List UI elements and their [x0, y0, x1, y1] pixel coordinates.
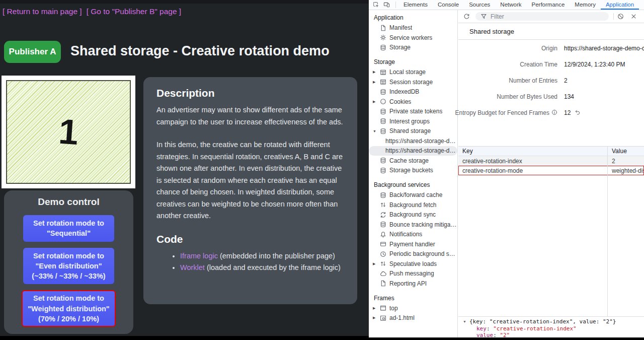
description-paragraph: An advertiser may want to show different… — [156, 104, 344, 128]
inspect-icon[interactable] — [372, 1, 380, 9]
sidebar-item-https-shared-storage-d[interactable]: https://shared-storage-d… — [369, 146, 457, 156]
metadata-label: Number of Entries — [458, 77, 557, 84]
table-icon — [379, 79, 386, 86]
sidebar-item-service-workers[interactable]: Service workers — [369, 33, 457, 43]
chevron-right-icon[interactable]: ▶ — [373, 316, 379, 320]
sidebar-item-shared-storage[interactable]: ▼Shared storage — [369, 126, 457, 137]
table-icon — [379, 69, 386, 76]
metadata-row-creation-time: Creation Time12/9/2024, 1:23:40 PM — [458, 56, 644, 73]
preview-entries: key: "creative-rotation-index"value: "2" — [463, 325, 644, 338]
preview-property-value: "creative-rotation-index" — [493, 325, 577, 332]
rotation-mode-button-sequential[interactable]: Set rotation mode to"Sequential" — [23, 215, 114, 242]
sidebar-item-label: Storage — [389, 44, 411, 51]
sidebar-item-label: IndexedDB — [389, 88, 419, 95]
grid-column-divider[interactable] — [607, 147, 608, 316]
preview-summary-line: ▼{key: "creative-rotation-index", value:… — [463, 318, 644, 325]
code-link-iframe-logic[interactable]: Iframe logic — [180, 252, 218, 260]
grid-header-key[interactable]: Key — [458, 147, 607, 156]
sidebar-item-label: Reporting API — [389, 280, 427, 287]
table-row-creative-rotation-mode[interactable]: creative-rotation-modeweighted-distribut… — [458, 166, 644, 175]
iframe-icon — [379, 314, 386, 321]
database-icon — [379, 191, 386, 198]
sidebar-item-background-fetch[interactable]: Background fetch — [369, 200, 457, 210]
fetch-icon — [379, 201, 386, 209]
sidebar-item-bounce-tracking-mitiga[interactable]: Bounce tracking mitiga… — [369, 220, 457, 230]
sidebar-item-notifications[interactable]: Notifications — [369, 230, 457, 240]
devtools-tab-network[interactable]: Network — [495, 0, 526, 10]
refresh-icon[interactable] — [462, 12, 471, 21]
sidebar-item-interest-groups[interactable]: Interest groups — [369, 116, 457, 126]
metadata-row-entropy-budget-for-fenced-frames: Entropy Budget for Fenced Frames12 — [458, 105, 644, 121]
delete-selected-icon[interactable] — [629, 12, 638, 21]
sidebar-item-cache-storage[interactable]: Cache storage — [369, 156, 457, 166]
description-heading: Description — [156, 87, 344, 99]
nav-link-return-to-main-page[interactable]: [ Return to main page ] — [3, 7, 82, 16]
devtools-tab-memory[interactable]: Memory — [570, 0, 601, 10]
sidebar-item-storage-buckets[interactable]: Storage buckets — [369, 166, 457, 176]
sidebar-item-label: Interest groups — [389, 118, 430, 125]
database-icon — [379, 108, 386, 115]
sidebar-item-label: https://shared-storage-d… — [385, 147, 455, 154]
sidebar-item-storage[interactable]: Storage — [369, 43, 457, 53]
sidebar-item-https-shared-storage-d[interactable]: https://shared-storage-d… — [369, 136, 457, 146]
sidebar-item-private-state-tokens[interactable]: Private state tokens — [369, 107, 457, 117]
code-link-worklet[interactable]: Worklet — [180, 263, 205, 271]
grid-header-value[interactable]: Value — [607, 147, 644, 156]
chevron-right-icon[interactable]: ▶ — [373, 70, 379, 74]
preview-entry-key: key: "creative-rotation-index" — [463, 325, 644, 332]
devtools-toolbar: Filter — [458, 10, 644, 23]
devtools-tab-console[interactable]: Console — [433, 0, 464, 10]
database-icon — [379, 157, 386, 164]
sidebar-item-back-forward-cache[interactable]: Back/forward cache — [369, 190, 457, 200]
sidebar-item-label: Cookies — [389, 98, 411, 105]
sidebar-item-cookies[interactable]: ▶Cookies — [369, 97, 457, 107]
top-nav: [ Return to main page ][ Go to "Publishe… — [3, 7, 186, 16]
publisher-page: [ Return to main page ][ Go to "Publishe… — [0, 0, 369, 336]
metadata-value: https://shared-storage-demo-co — [564, 45, 644, 52]
sidebar-item-label: Back/forward cache — [389, 191, 442, 198]
chevron-right-icon[interactable]: ▶ — [373, 80, 379, 84]
device-toolbar-icon[interactable] — [382, 1, 391, 9]
sidebar-item-label: Service workers — [389, 34, 432, 41]
sidebar-item-session-storage[interactable]: ▶Session storage — [369, 77, 457, 87]
clear-all-icon[interactable] — [616, 12, 625, 21]
devtools-tab-sources[interactable]: Sources — [464, 0, 495, 10]
expand-arrow-icon[interactable]: ▼ — [463, 318, 469, 325]
grid-rows: creative-rotation-index2creative-rotatio… — [458, 156, 644, 175]
devtools-tab-application[interactable]: Application — [601, 0, 639, 10]
chevron-down-icon[interactable]: ▼ — [373, 129, 379, 133]
devtools-tab-performance[interactable]: Performance — [527, 0, 570, 10]
chevron-right-icon[interactable]: ▶ — [373, 262, 379, 266]
sidebar-item-reporting-api[interactable]: Reporting API — [369, 279, 457, 289]
metadata-label: Number of Bytes Used — [458, 93, 557, 100]
code-list: Iframe logic (embedded into the publishe… — [156, 250, 344, 274]
sidebar-item-local-storage[interactable]: ▶Local storage — [369, 67, 457, 78]
metadata-value: 134 — [564, 93, 574, 100]
sidebar-item-ad-1-html[interactable]: ▶ad-1.html — [369, 313, 457, 323]
table-cell-key: creative-rotation-mode — [458, 166, 607, 175]
chevron-right-icon[interactable]: ▶ — [373, 306, 379, 310]
devtools-tab-elements[interactable]: Elements — [398, 0, 433, 10]
nav-link-go-to-publisher-b-page[interactable]: [ Go to "Publisher B" page ] — [87, 7, 182, 16]
metadata-label: Entropy Budget for Fenced Frames — [458, 109, 557, 117]
sidebar-item-manifest[interactable]: Manifest — [369, 23, 457, 33]
sidebar-item-speculative-loads[interactable]: ▶Speculative loads — [369, 259, 457, 269]
table-row-creative-rotation-index[interactable]: creative-rotation-index2 — [458, 156, 644, 166]
sidebar-item-indexeddb[interactable]: IndexedDB — [369, 87, 457, 97]
filter-input[interactable]: Filter — [475, 12, 609, 21]
sidebar-item-push-messaging[interactable]: Push messaging — [369, 269, 457, 279]
rotation-mode-button-weighted-distribution[interactable]: Set rotation mode to"Weighted distributi… — [22, 290, 116, 327]
rotation-mode-button-even-distribution[interactable]: Set rotation mode to"Even distribution"(… — [23, 248, 114, 285]
sidebar-item-label: Background fetch — [389, 201, 436, 209]
reset-budget-icon[interactable] — [575, 109, 581, 117]
shared-storage-title: Shared storage — [458, 23, 644, 40]
sidebar-item-top[interactable]: ▶top — [369, 303, 457, 313]
bell-icon — [379, 231, 386, 238]
sidebar-item-label: top — [389, 305, 398, 312]
chevron-right-icon[interactable]: ▶ — [373, 100, 379, 104]
sidebar-item-background-sync[interactable]: Background sync — [369, 210, 457, 220]
info-icon[interactable] — [551, 109, 557, 117]
table-cell-key: creative-rotation-index — [458, 156, 607, 166]
sidebar-item-payment-handler[interactable]: Payment handler — [369, 239, 457, 249]
sidebar-item-periodic-background-s[interactable]: Periodic background s… — [369, 249, 457, 259]
